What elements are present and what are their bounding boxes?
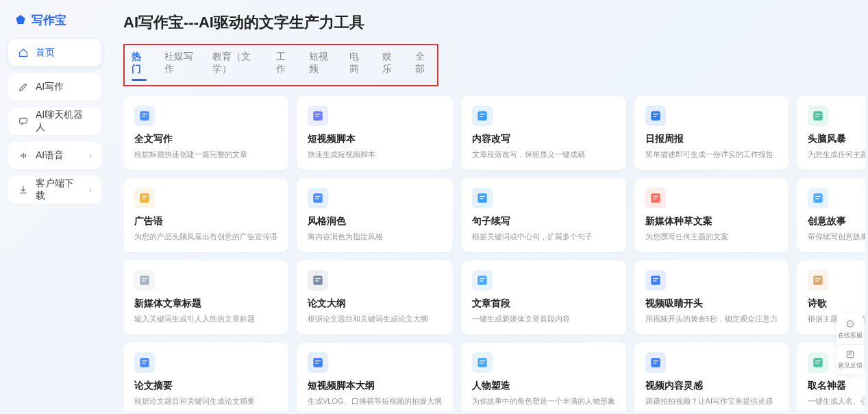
card-desc: 将内容润色为指定风格 (308, 232, 442, 242)
tab-3[interactable]: 工作 (276, 47, 291, 80)
svg-rect-53 (479, 361, 484, 362)
svg-rect-6 (315, 116, 319, 117)
chevron-right-icon: › (89, 185, 92, 195)
svg-rect-18 (142, 198, 146, 199)
tool-card-11[interactable]: 论文大纲根据论文题目和关键词生成论文大纲 (297, 260, 453, 334)
tool-card-18[interactable]: 视频内容灵感踌躇拍拍视频？让AI写作宝来提供灵感 (634, 343, 789, 411)
card-desc: 一键生成新媒体文章首段内容 (472, 314, 615, 324)
tool-card-8[interactable]: 新媒体种草文案为您撰写任何主题的文案 (634, 178, 789, 252)
svg-rect-2 (142, 114, 147, 115)
card-icon (308, 188, 328, 208)
chat-icon (18, 116, 29, 127)
card-desc: 踌躇拍拍视频？让AI写作宝来提供灵感 (645, 396, 778, 406)
float-feedback[interactable]: 意见反馈 (836, 344, 864, 374)
svg-rect-30 (815, 198, 819, 199)
svg-rect-42 (652, 280, 656, 282)
card-title: 广告语 (134, 215, 277, 228)
svg-rect-45 (815, 280, 819, 282)
svg-rect-14 (815, 114, 821, 115)
card-icon (472, 352, 493, 373)
card-icon (645, 270, 666, 291)
tool-card-3[interactable]: 日报周报简单描述即可生成一份详实的工作报告 (634, 96, 789, 170)
svg-rect-57 (652, 363, 656, 364)
svg-rect-8 (479, 114, 484, 115)
tool-card-7[interactable]: 句子续写根据关键词或中心句，扩展多个句子 (461, 178, 626, 252)
card-icon (472, 106, 493, 126)
tab-2[interactable]: 教育（文学） (212, 47, 258, 80)
tool-card-5[interactable]: 广告语为您的产品头脑风暴出有创意的广告宣传语 (123, 178, 288, 252)
card-desc: 输入关键词生成引人入胜的文章标题 (134, 314, 277, 324)
tool-card-16[interactable]: 短视频脚本大纲生成VLOG、口播稿等短视频的拍摄大纲 (297, 343, 453, 411)
tool-card-15[interactable]: 论文摘要根据论文题目和关键词生成论文摘要 (123, 343, 288, 411)
sidebar-item-label: 客户端下载 (36, 178, 82, 202)
card-icon (645, 352, 666, 373)
card-icon (645, 106, 666, 126)
card-title: 内容改写 (472, 133, 615, 145)
sidebar-item-2[interactable]: AI聊天机器人 (8, 108, 101, 135)
card-icon (808, 352, 828, 373)
card-desc: 根据标题快速创建一篇完整的文章 (134, 149, 277, 160)
chat-bubble-icon (845, 319, 856, 330)
card-icon (134, 352, 155, 373)
svg-rect-51 (315, 363, 319, 364)
sidebar-item-3[interactable]: AI语音› (8, 142, 101, 169)
svg-rect-38 (479, 278, 484, 280)
float-buttons: 在线客服 意见反馈 (836, 314, 864, 374)
svg-rect-0 (20, 118, 27, 123)
tool-card-2[interactable]: 内容改写文章段落改写，保留原义一键成稿 (461, 96, 626, 170)
tab-6[interactable]: 娱乐 (382, 47, 397, 80)
category-tabs: 热门社媒写作教育（文学）工作短视频电商娱乐全部 (132, 47, 430, 80)
sidebar-item-label: AI语音 (36, 149, 64, 162)
card-title: 风格润色 (308, 215, 442, 228)
tool-grid: 全文写作根据标题快速创建一篇完整的文章短视频脚本快速生成短视频脚本内容改写文章段… (123, 96, 853, 411)
card-desc: 简单描述即可生成一份详实的工作报告 (645, 149, 778, 160)
svg-rect-11 (652, 114, 658, 115)
card-title: 论文大纲 (308, 297, 442, 310)
logo-mark-icon (14, 14, 27, 27)
svg-rect-39 (479, 280, 483, 282)
sidebar-item-label: 首页 (36, 47, 55, 59)
voice-icon (18, 150, 29, 161)
sidebar: 写作宝 首页AI写作AI聊天机器人AI语音›客户端下载› (3, 3, 107, 411)
tool-card-0[interactable]: 全文写作根据标题快速创建一篇完整的文章 (123, 96, 288, 170)
card-title: 视频吸睛开头 (645, 297, 778, 310)
card-desc: 生成VLOG、口播稿等短视频的拍摄大纲 (308, 396, 442, 406)
tool-card-17[interactable]: 人物塑造为你故事中的角色塑造一个丰满的人物形象 (461, 343, 626, 411)
tool-card-1[interactable]: 短视频脚本快速生成短视频脚本 (297, 96, 453, 170)
tab-7[interactable]: 全部 (415, 47, 430, 80)
svg-rect-3 (142, 116, 146, 117)
card-icon (808, 270, 828, 291)
card-desc: 为你故事中的角色塑造一个丰满的人物形象 (472, 396, 615, 406)
card-icon (308, 270, 328, 291)
card-icon (134, 270, 155, 291)
card-title: 新媒体种草文案 (645, 215, 778, 228)
card-icon (308, 106, 328, 126)
logo: 写作宝 (8, 8, 101, 39)
svg-rect-24 (479, 198, 483, 199)
card-icon (808, 106, 828, 126)
tool-card-10[interactable]: 新媒体文章标题输入关键词生成引人入胜的文章标题 (123, 260, 288, 334)
card-icon (308, 352, 328, 373)
pencil-icon (18, 82, 29, 93)
logo-text: 写作宝 (32, 12, 66, 28)
card-title: 视频内容灵感 (645, 380, 778, 392)
card-title: 文章首段 (472, 297, 615, 310)
tool-card-13[interactable]: 视频吸睛开头用视频开头的黄金5秒，锁定观众注意力 (634, 260, 789, 334)
svg-rect-23 (479, 196, 484, 197)
sidebar-item-0[interactable]: 首页 (8, 39, 101, 66)
tool-card-12[interactable]: 文章首段一键生成新媒体文章首段内容 (461, 260, 626, 334)
tab-0[interactable]: 热门 (132, 47, 147, 80)
card-desc: 为您生成任何主题的知识要点 (808, 149, 865, 160)
tab-5[interactable]: 电商 (349, 47, 364, 80)
card-icon (645, 188, 666, 208)
svg-rect-20 (315, 196, 321, 197)
tab-1[interactable]: 社媒写作 (164, 47, 195, 80)
tool-card-4[interactable]: 头脑风暴为您生成任何主题的知识要点 (797, 96, 865, 170)
tab-4[interactable]: 短视频 (309, 47, 332, 80)
tool-card-6[interactable]: 风格润色将内容润色为指定风格 (297, 178, 453, 252)
sidebar-item-4[interactable]: 客户端下载› (8, 176, 101, 204)
float-online-service[interactable]: 在线客服 (836, 314, 864, 344)
tool-card-9[interactable]: 创意故事帮你续写创意故事 (797, 178, 865, 252)
sidebar-item-1[interactable]: AI写作 (8, 73, 101, 101)
card-title: 日报周报 (645, 133, 778, 145)
